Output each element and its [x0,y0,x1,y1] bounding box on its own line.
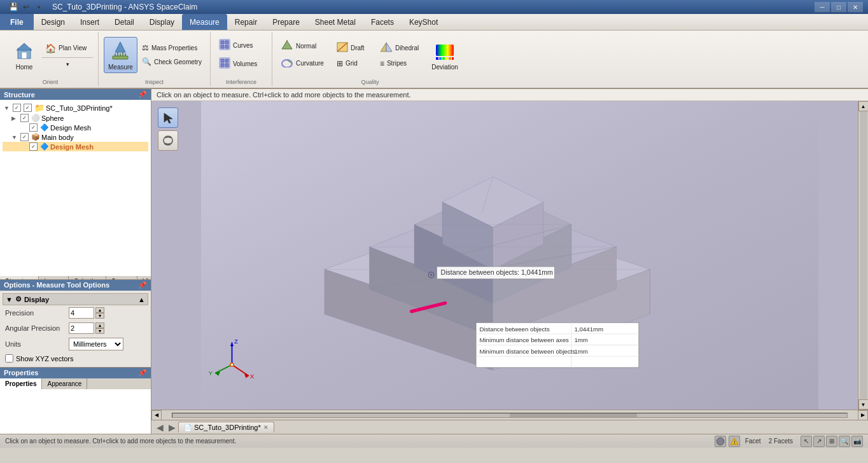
tree-item-design-mesh-1[interactable]: 🔷 Design Mesh [3,123,148,132]
dihedral-button[interactable]: Dihedral [377,40,422,56]
angular-precision-down-button[interactable]: ▼ [95,328,104,334]
expand-icon: ▼ [4,105,11,111]
scroll-left-button[interactable]: ◀ [151,410,162,420]
curvature-button[interactable]: Curvature [277,55,328,71]
quality-left-buttons: Normal Curvature [277,38,328,71]
maximize-button[interactable]: □ [831,2,846,12]
properties-panel: Properties 📌 Properties Appearance [0,367,151,434]
display-header[interactable]: ▼ ⚙ Display ▲ [3,293,148,305]
vertical-scrollbar[interactable]: ▲ ▼ [858,101,868,410]
mass-properties-button[interactable]: ⚖ Mass Properties [139,41,205,54]
ribbon-group-interference: Curves Volumes Interference [211,32,272,86]
statusbar-tool4-icon[interactable]: 🔍 [839,436,850,447]
main-body-checkbox[interactable] [20,133,29,141]
menu-keyshot[interactable]: KeyShot [402,14,445,30]
tab-properties[interactable]: Properties [0,378,42,389]
precision-label: Precision [5,309,69,317]
quick-access-dropdown[interactable]: ▾ [33,1,45,13]
menu-prepare[interactable]: Prepare [265,14,307,30]
menu-sheet-metal[interactable]: Sheet Metal [307,14,363,30]
properties-pin-icon[interactable]: 📌 [138,369,147,377]
check-geometry-button[interactable]: 🔍 Check Geometry [139,55,205,68]
draft-button[interactable]: Draft [333,40,372,56]
angular-precision-input[interactable] [69,322,94,334]
scroll-down-button[interactable]: ▼ [858,399,869,410]
menu-facets[interactable]: Facets [363,14,402,30]
home-icon [13,39,36,62]
precision-input[interactable] [69,307,94,319]
angular-precision-value: ▲ ▼ [69,322,104,334]
display-settings-icon: ⚙ [15,295,22,303]
curves-button[interactable]: Curves [216,37,267,54]
minimize-button[interactable]: ─ [815,2,830,12]
options-pin-icon[interactable]: 📌 [138,281,147,289]
scroll-thumb[interactable] [510,413,637,417]
menu-display[interactable]: Display [142,14,182,30]
statusbar-tool2-icon[interactable]: ↗ [813,436,825,447]
instruction-bar: Click on an object to measure. Ctrl+clic… [151,89,868,101]
statusbar-camera-icon[interactable]: 📷 [851,436,863,447]
volumes-button[interactable]: Volumes [216,55,267,73]
plan-view-button[interactable]: 🏠 Plan View [42,41,93,55]
quick-access-toolbar: 💾 ↩ ▾ [5,1,47,13]
tree-item-design-mesh-2[interactable]: 🔷 Design Mesh [3,142,148,151]
status-warning-icon: ! [729,436,740,447]
deviation-button[interactable]: Deviation [427,37,463,73]
tree-item-root[interactable]: ▼ 📁 SC_Tuto_3DPrinting* [3,102,148,113]
normal-button[interactable]: Normal [277,38,328,54]
structure-pin-icon[interactable]: 📌 [138,90,147,99]
undo-button[interactable]: ↩ [20,1,32,13]
root-checkbox2[interactable] [24,104,32,112]
scroll-right-button[interactable]: ▶ [858,410,868,420]
angular-precision-up-button[interactable]: ▲ [95,322,104,328]
svg-point-22 [282,60,292,67]
select-tool-button[interactable] [158,107,178,128]
facet-label: Facet [745,438,761,445]
dm2-checkbox[interactable] [29,142,38,151]
home-button[interactable]: Home [8,37,41,73]
precision-up-button[interactable]: ▲ [95,307,104,313]
rotate-view-button[interactable] [158,130,178,151]
menubar: File Design Insert Detail Display Measur… [0,14,868,31]
options-title: Options - Measure Tool Options [4,281,109,289]
measure-button[interactable]: Measure [104,37,137,73]
units-select[interactable]: Millimeters Inches Centimeters Meters [69,338,123,350]
statusbar-zoom-icon[interactable]: ⊞ [826,436,837,447]
root-checkbox[interactable] [13,104,21,112]
menu-file[interactable]: File [0,14,34,30]
menu-repair[interactable]: Repair [227,14,265,30]
save-button[interactable]: 💾 [8,1,19,13]
titlebar: 💾 ↩ ▾ SC_Tuto_3DPrinting - ANSYS SpaceCl… [0,0,868,14]
doc-tab-close[interactable]: ✕ [263,424,269,431]
tab-nav-left[interactable]: ◀ [154,422,166,432]
grid-button[interactable]: ⊞ Grid [333,57,372,70]
tab-appearance[interactable]: Appearance [42,378,87,389]
close-button[interactable]: ✕ [848,2,863,12]
svg-rect-18 [221,64,224,67]
statusbar-select-icon[interactable]: ↖ [801,436,812,447]
3d-viewport[interactable]: Distance between objects: 1,0441mm Dista… [151,101,868,410]
dm1-icon: 🔷 [40,123,49,132]
scroll-up-button[interactable]: ▲ [858,101,869,111]
horizontal-scrollbar[interactable]: ◀ ▶ [151,410,868,420]
precision-down-button[interactable]: ▼ [95,313,104,319]
grid-icon: ⊞ [337,59,343,68]
document-tab[interactable]: 📄 SC_Tuto_3DPrinting* ✕ [178,422,274,432]
svg-text:1mm: 1mm [574,336,588,343]
interference-buttons: Curves Volumes [216,33,267,85]
viewport-area[interactable]: Distance between objects: 1,0441mm Dista… [151,101,868,410]
stripes-button[interactable]: ≡ Stripes [377,57,422,70]
sphere-checkbox[interactable] [20,114,29,122]
volumes-label: Volumes [233,60,257,67]
tree-item-sphere[interactable]: ▶ ⚪ Sphere [3,113,148,123]
show-xyz-checkbox[interactable] [5,354,13,363]
svg-point-80 [231,364,234,366]
menu-insert[interactable]: Insert [73,14,107,30]
tab-nav-right[interactable]: ▶ [166,422,178,432]
menu-design[interactable]: Design [34,14,73,30]
orient-dropdown[interactable]: ▾ [42,60,93,69]
menu-measure[interactable]: Measure [182,14,227,30]
tree-item-main-body[interactable]: ▼ 📦 Main body [3,132,148,142]
dm1-checkbox[interactable] [29,123,38,132]
menu-detail[interactable]: Detail [107,14,142,30]
